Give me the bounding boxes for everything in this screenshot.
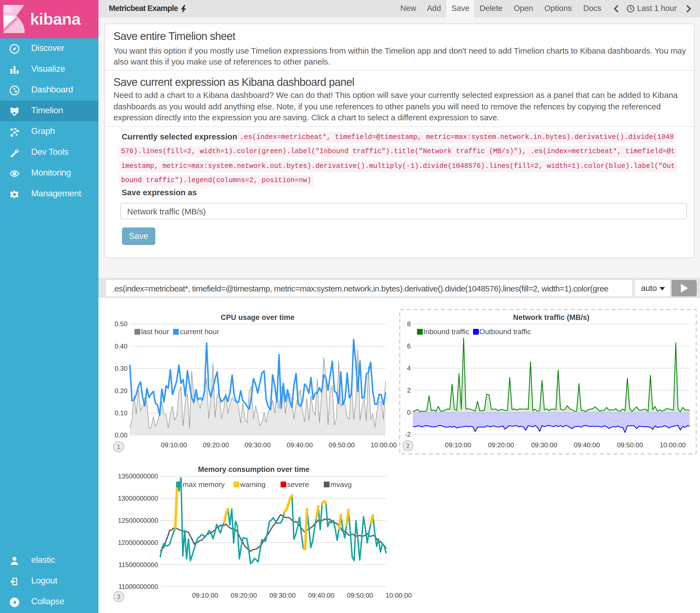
svg-text:09:40:00: 09:40:00 [287, 441, 313, 449]
svg-text:09:20:00: 09:20:00 [231, 592, 257, 599]
svg-text:09:20:00: 09:20:00 [488, 441, 514, 449]
svg-text:10:00:00: 10:00:00 [386, 592, 412, 599]
svg-text:warning: warning [240, 480, 265, 488]
svg-text:Outbound traffic: Outbound traffic [479, 328, 531, 336]
svg-text:09:30:00: 09:30:00 [245, 441, 271, 449]
svg-text:3: 3 [117, 593, 120, 600]
svg-text:severe: severe [287, 480, 309, 488]
svg-text:0.00: 0.00 [115, 431, 127, 439]
svg-text:0.10: 0.10 [115, 409, 127, 417]
svg-text:10:00:00: 10:00:00 [371, 441, 397, 449]
svg-text:2: 2 [407, 387, 411, 394]
svg-text:Memory consumption over time: Memory consumption over time [198, 465, 310, 473]
svg-text:13500000000: 13500000000 [118, 472, 158, 480]
svg-text:12500000000: 12500000000 [118, 517, 158, 524]
svg-text:Inbound traffic: Inbound traffic [423, 328, 469, 336]
svg-text:09:10:00: 09:10:00 [161, 441, 187, 449]
svg-text:09:40:00: 09:40:00 [574, 441, 600, 449]
svg-text:11000000000: 11000000000 [118, 583, 158, 590]
svg-text:1: 1 [117, 443, 120, 451]
svg-text:6: 6 [407, 342, 411, 350]
svg-text:0.20: 0.20 [115, 387, 127, 394]
svg-text:2: 2 [406, 442, 410, 449]
svg-text:0: 0 [407, 409, 411, 416]
svg-text:Network traffic (MB/s): Network traffic (MB/s) [513, 313, 589, 322]
svg-text:09:30:00: 09:30:00 [531, 441, 557, 449]
svg-text:CPU usage over time: CPU usage over time [221, 313, 295, 322]
svg-text:0.30: 0.30 [115, 365, 127, 372]
svg-text:8: 8 [407, 320, 411, 328]
svg-text:09:50:00: 09:50:00 [347, 592, 373, 599]
svg-text:11500000000: 11500000000 [118, 561, 158, 569]
svg-text:13000000000: 13000000000 [118, 495, 158, 502]
svg-text:4: 4 [407, 364, 411, 372]
svg-text:0.50: 0.50 [115, 320, 127, 328]
svg-text:09:20:00: 09:20:00 [203, 441, 229, 449]
svg-text:09:50:00: 09:50:00 [329, 441, 355, 449]
svg-text:09:30:00: 09:30:00 [269, 592, 296, 599]
svg-text:09:10:00: 09:10:00 [445, 441, 471, 449]
svg-text:current hour: current hour [180, 328, 219, 336]
svg-text:09:50:00: 09:50:00 [617, 441, 643, 449]
svg-text:12000000000: 12000000000 [118, 539, 158, 546]
svg-text:last hour: last hour [141, 328, 169, 336]
svg-text:10:00:00: 10:00:00 [660, 441, 686, 449]
svg-text:mvavg: mvavg [330, 480, 352, 488]
svg-text:0.40: 0.40 [115, 343, 127, 350]
svg-text:-2: -2 [405, 431, 411, 438]
svg-text:max memory: max memory [183, 480, 225, 488]
svg-text:09:10:00: 09:10:00 [192, 592, 218, 599]
svg-text:09:40:00: 09:40:00 [308, 592, 334, 599]
